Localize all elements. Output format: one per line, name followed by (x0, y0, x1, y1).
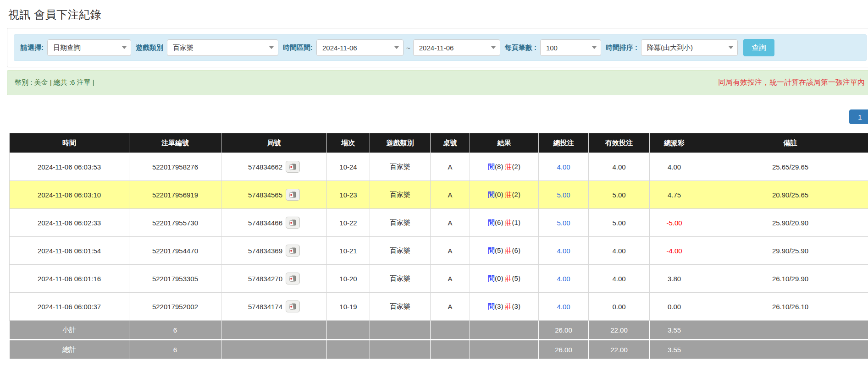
time-sort-select[interactable]: 降冪(由大到小) (641, 39, 738, 56)
bet-id-cell: 522017953305 (129, 265, 221, 293)
page-1-button[interactable]: 1 (849, 109, 868, 124)
total-total-payout: 3.55 (650, 340, 699, 359)
total-bet-link[interactable]: 4.00 (557, 247, 570, 255)
bet-records-table-wrap: 時間 注單編號 局號 場次 遊戲類別 桌號 結果 總投注 有效投注 總派彩 備註… (9, 133, 868, 359)
banker-label: 莊 (505, 191, 512, 198)
view-game-result-icon[interactable] (286, 189, 300, 201)
page-size-select[interactable]: 100 (540, 39, 601, 56)
game-type-value: 百家樂 (173, 44, 194, 52)
time-cell: 2024-11-06 06:02:33 (10, 209, 129, 237)
total-bet-link[interactable]: 4.00 (557, 275, 570, 283)
currency-total-text: 幣別 : 美金 | 總共 :6 注單 | (15, 78, 94, 87)
time-cell: 2024-11-06 06:00:37 (10, 293, 129, 321)
table-header-row: 時間 注單編號 局號 場次 遊戲類別 桌號 結果 總投注 有效投注 總派彩 備註 (10, 133, 868, 153)
round-id-cell: 574834369 (221, 237, 327, 265)
view-game-result-icon[interactable] (286, 245, 300, 257)
total-label: 總計 (10, 340, 129, 359)
total-bet-cell: 5.00 (539, 209, 589, 237)
table-row[interactable]: 2024-11-06 06:01:16 522017953305 5748342… (10, 265, 868, 293)
table-row[interactable]: 2024-11-06 06:03:10 522017956919 5748345… (10, 181, 868, 209)
bet-id-cell: 522017952002 (129, 293, 221, 321)
game-type-select[interactable]: 百家樂 (167, 39, 278, 56)
date-to-value: 2024-11-06 (419, 44, 454, 52)
result-cell: 閒(3) 莊(3) (470, 293, 539, 321)
remark-cell: 26.10/26.10 (699, 293, 868, 321)
time-cell: 2024-11-06 06:01:16 (10, 265, 129, 293)
total-payout-cell: 0.00 (650, 293, 699, 321)
time-sort-value: 降冪(由大到小) (647, 44, 693, 52)
remark-cell: 25.65/29.65 (699, 153, 868, 181)
banker-label: 莊 (505, 219, 512, 226)
page-size-value: 100 (546, 44, 558, 52)
session-cell: 10-24 (327, 153, 370, 181)
result-cell: 閒(5) 莊(6) (470, 237, 539, 265)
banker-label: 莊 (505, 302, 512, 310)
player-label: 閒 (488, 274, 495, 282)
total-bet-cell: 4.00 (539, 265, 589, 293)
session-cell: 10-20 (327, 265, 370, 293)
total-bet-cell: 4.00 (539, 293, 589, 321)
valid-bet-cell: 5.00 (589, 181, 650, 209)
header-session: 場次 (327, 133, 370, 153)
date-to-select[interactable]: 2024-11-06 (413, 39, 500, 56)
table-row[interactable]: 2024-11-06 06:03:53 522017958276 5748346… (10, 153, 868, 181)
total-bet-link[interactable]: 4.00 (557, 303, 570, 311)
subtotal-count: 6 (129, 321, 221, 340)
page-title: 視訊 會員下注紀錄 (8, 7, 868, 22)
view-game-result-icon[interactable] (286, 273, 300, 284)
date-from-select[interactable]: 2024-11-06 (316, 39, 404, 56)
time-range-label: 時間區間: (283, 44, 313, 52)
query-mode-select[interactable]: 日期查詢 (47, 39, 131, 56)
game-type-cell: 百家樂 (370, 293, 431, 321)
game-type-cell: 百家樂 (370, 153, 431, 181)
round-id-cell: 574834270 (221, 265, 327, 293)
query-mode-value: 日期查詢 (53, 44, 81, 52)
filter-bar: 請選擇: 日期查詢 遊戲類別 百家樂 時間區間: 2024-11-06 ~ 20… (14, 34, 867, 61)
total-bet-cell: 4.00 (539, 237, 589, 265)
total-bet-link[interactable]: 5.00 (557, 191, 570, 199)
bet-records-table: 時間 注單編號 局號 場次 遊戲類別 桌號 結果 總投注 有效投注 總派彩 備註… (9, 133, 868, 359)
chevron-down-icon (729, 46, 733, 49)
total-bet-link[interactable]: 5.00 (557, 219, 570, 227)
bet-id-cell: 522017958276 (129, 153, 221, 181)
table-row[interactable]: 2024-11-06 06:00:37 522017952002 5748341… (10, 293, 868, 321)
subtotal-total-payout: 3.55 (650, 321, 699, 340)
result-cell: 閒(0) 莊(5) (470, 265, 539, 293)
session-cell: 10-21 (327, 237, 370, 265)
remark-cell: 20.90/25.65 (699, 181, 868, 209)
total-row: 總計 6 26.00 22.00 3.55 (10, 340, 868, 359)
view-game-result-icon[interactable] (286, 161, 300, 173)
view-game-result-icon[interactable] (286, 217, 300, 229)
header-valid-bet: 有效投注 (589, 133, 650, 153)
valid-bet-cell: 4.00 (589, 153, 650, 181)
table-no-cell: A (431, 181, 470, 209)
total-valid-bet: 22.00 (589, 340, 650, 359)
time-sort-label: 時間排序 : (606, 44, 637, 52)
subtotal-label: 小計 (10, 321, 129, 340)
game-type-cell: 百家樂 (370, 265, 431, 293)
banker-label: 莊 (505, 246, 512, 254)
session-cell: 10-22 (327, 209, 370, 237)
player-label: 閒 (488, 219, 495, 226)
round-id-cell: 574834565 (221, 181, 327, 209)
time-cell: 2024-11-06 06:03:10 (10, 181, 129, 209)
round-id-cell: 574834174 (221, 293, 327, 321)
search-button[interactable]: 查詢 (743, 39, 774, 56)
summary-bar: 幣別 : 美金 | 總共 :6 注單 | 同局有效投注，統一計算在該局第一張注單… (7, 70, 868, 95)
total-payout-cell: -4.00 (650, 237, 699, 265)
chevron-down-icon (491, 46, 496, 49)
query-mode-label: 請選擇: (21, 44, 44, 52)
date-range-separator: ~ (406, 44, 410, 52)
table-row[interactable]: 2024-11-06 06:01:54 522017954470 5748343… (10, 237, 868, 265)
subtotal-total-bet: 26.00 (539, 321, 589, 340)
header-result: 結果 (470, 133, 539, 153)
view-game-result-icon[interactable] (286, 300, 300, 312)
valid-bet-cell: 4.00 (589, 265, 650, 293)
bet-id-cell: 522017956919 (129, 181, 221, 209)
header-total-payout: 總派彩 (650, 133, 699, 153)
game-type-cell: 百家樂 (370, 181, 431, 209)
total-payout-cell: -5.00 (650, 209, 699, 237)
total-bet-link[interactable]: 4.00 (557, 163, 570, 171)
total-bet-cell: 5.00 (539, 181, 589, 209)
table-row[interactable]: 2024-11-06 06:02:33 522017955730 5748344… (10, 209, 868, 237)
